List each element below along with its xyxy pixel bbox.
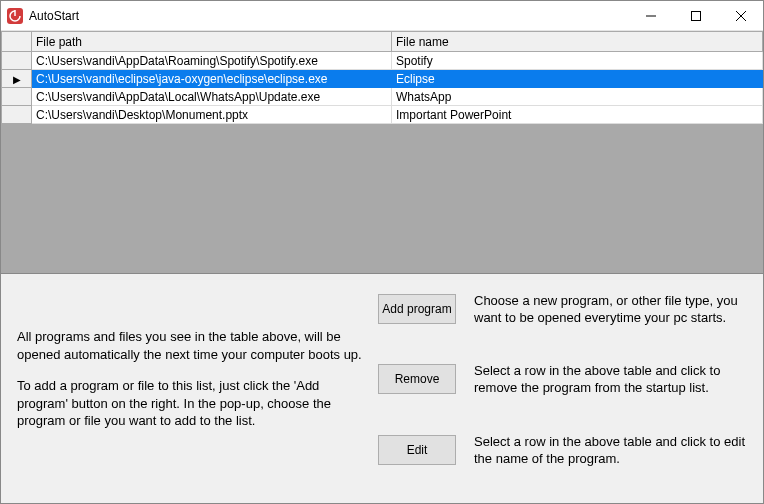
svg-rect-3 bbox=[691, 11, 700, 20]
cell-path[interactable]: C:\Users\vandi\AppData\Roaming\Spotify\S… bbox=[32, 52, 392, 70]
row-indicator[interactable]: ▶ bbox=[2, 70, 32, 88]
cell-path[interactable]: C:\Users\vandi\AppData\Local\WhatsApp\Up… bbox=[32, 88, 392, 106]
actions-panel: Add program Choose a new program, or oth… bbox=[378, 292, 747, 485]
table-row[interactable]: C:\Users\vandi\AppData\Roaming\Spotify\S… bbox=[2, 52, 763, 70]
minimize-button[interactable] bbox=[628, 1, 673, 31]
cell-name[interactable]: Spotify bbox=[392, 52, 763, 70]
info-paragraph-2: To add a program or file to this list, j… bbox=[17, 377, 362, 430]
maximize-button[interactable] bbox=[673, 1, 718, 31]
edit-button[interactable]: Edit bbox=[378, 435, 456, 465]
app-icon bbox=[7, 8, 23, 24]
table-row[interactable]: ▶C:\Users\vandi\eclipse\java-oxygen\ecli… bbox=[2, 70, 763, 88]
cell-name[interactable]: Important PowerPoint bbox=[392, 106, 763, 124]
add-program-button[interactable]: Add program bbox=[378, 294, 456, 324]
action-row-edit: Edit Select a row in the above table and… bbox=[378, 433, 747, 467]
row-indicator[interactable] bbox=[2, 88, 32, 106]
window-title: AutoStart bbox=[29, 9, 79, 23]
column-header-name[interactable]: File name bbox=[392, 32, 763, 52]
row-indicator[interactable] bbox=[2, 52, 32, 70]
row-indicator[interactable] bbox=[2, 106, 32, 124]
edit-description: Select a row in the above table and clic… bbox=[474, 433, 747, 467]
remove-button[interactable]: Remove bbox=[378, 364, 456, 394]
bottom-panel: All programs and files you see in the ta… bbox=[1, 274, 763, 503]
titlebar: AutoStart bbox=[1, 1, 763, 31]
close-button[interactable] bbox=[718, 1, 763, 31]
row-header-column[interactable] bbox=[2, 32, 32, 52]
cell-path[interactable]: C:\Users\vandi\eclipse\java-oxygen\eclip… bbox=[32, 70, 392, 88]
cell-name[interactable]: Eclipse bbox=[392, 70, 763, 88]
column-header-path[interactable]: File path bbox=[32, 32, 392, 52]
programs-table[interactable]: File path File name C:\Users\vandi\AppDa… bbox=[1, 31, 763, 124]
table-row[interactable]: C:\Users\vandi\Desktop\Monument.pptxImpo… bbox=[2, 106, 763, 124]
table-area: File path File name C:\Users\vandi\AppDa… bbox=[1, 31, 763, 274]
action-row-add: Add program Choose a new program, or oth… bbox=[378, 292, 747, 326]
table-row[interactable]: C:\Users\vandi\AppData\Local\WhatsApp\Up… bbox=[2, 88, 763, 106]
remove-description: Select a row in the above table and clic… bbox=[474, 362, 747, 396]
action-row-remove: Remove Select a row in the above table a… bbox=[378, 362, 747, 396]
info-paragraph-1: All programs and files you see in the ta… bbox=[17, 328, 362, 363]
current-row-icon: ▶ bbox=[13, 74, 21, 85]
info-text: All programs and files you see in the ta… bbox=[17, 292, 362, 485]
add-program-description: Choose a new program, or other file type… bbox=[474, 292, 747, 326]
cell-name[interactable]: WhatsApp bbox=[392, 88, 763, 106]
cell-path[interactable]: C:\Users\vandi\Desktop\Monument.pptx bbox=[32, 106, 392, 124]
